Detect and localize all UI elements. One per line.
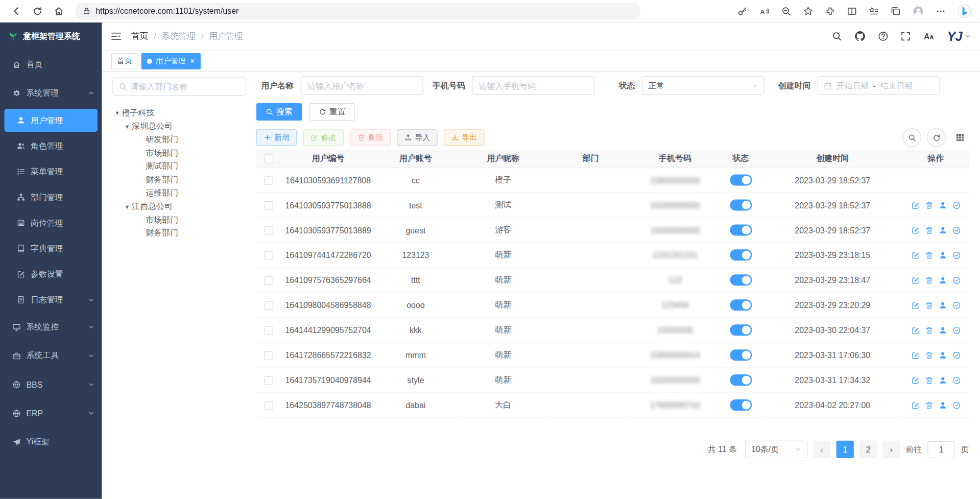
- page-button-1[interactable]: 1: [836, 441, 854, 458]
- tree-node[interactable]: ▾橙子科技: [112, 106, 246, 120]
- add-button[interactable]: 新增: [256, 129, 297, 146]
- row-checkbox[interactable]: [265, 376, 273, 385]
- close-tab-icon[interactable]: ×: [190, 57, 195, 65]
- address-bar[interactable]: https://ccnetcore.com:1101/system/user: [75, 3, 641, 19]
- back-icon[interactable]: [11, 6, 21, 16]
- profile-avatar-icon[interactable]: [913, 5, 924, 16]
- toggle-search-button[interactable]: [902, 128, 921, 147]
- status-toggle[interactable]: [730, 299, 752, 311]
- sidebar-item-menu-management[interactable]: 菜单管理: [0, 159, 102, 184]
- settings-more-icon[interactable]: [936, 6, 946, 16]
- password-key-icon[interactable]: [737, 6, 748, 16]
- favorites-bar-icon[interactable]: [869, 6, 879, 16]
- sidebar-item-yi-framework[interactable]: Yi框架: [0, 427, 102, 456]
- fold-sidebar-icon[interactable]: [111, 31, 122, 42]
- tree-node[interactable]: 测试部门: [112, 160, 246, 173]
- row-checkbox[interactable]: [265, 401, 273, 410]
- sidebar-item-home[interactable]: 首页: [0, 50, 102, 79]
- edit-icon[interactable]: [911, 251, 919, 259]
- tree-node[interactable]: ▾江西总公司: [112, 200, 246, 213]
- breadcrumb-system[interactable]: 系统管理: [162, 31, 196, 42]
- assign-role-icon[interactable]: [952, 301, 961, 309]
- status-toggle[interactable]: [730, 249, 752, 260]
- refresh-icon[interactable]: [33, 6, 43, 16]
- search-button[interactable]: 搜索: [256, 103, 302, 121]
- next-page-button[interactable]: ›: [882, 441, 900, 458]
- delete-icon[interactable]: [925, 201, 933, 209]
- row-checkbox[interactable]: [265, 351, 273, 360]
- sidebar-item-system-management[interactable]: 系统管理: [0, 79, 102, 107]
- reset-password-icon[interactable]: [939, 376, 947, 384]
- sidebar-item-param-settings[interactable]: 参数设置: [0, 262, 102, 287]
- status-toggle[interactable]: [730, 224, 752, 235]
- tree-node[interactable]: ▾深圳总公司: [112, 120, 246, 133]
- edit-icon[interactable]: [911, 276, 919, 284]
- sidebar-item-log-management[interactable]: 日志管理: [0, 287, 102, 313]
- tab-home[interactable]: 首页: [111, 53, 137, 69]
- zoom-icon[interactable]: [781, 6, 792, 16]
- delete-icon[interactable]: [925, 351, 933, 359]
- help-icon[interactable]: [878, 31, 889, 41]
- reset-password-icon[interactable]: [939, 251, 947, 259]
- sidebar-item-dept-management[interactable]: 部门管理: [0, 184, 102, 210]
- tab-user-management[interactable]: 用户管理 ×: [141, 53, 201, 69]
- refresh-table-button[interactable]: [927, 128, 946, 147]
- delete-icon[interactable]: [925, 276, 933, 284]
- assign-role-icon[interactable]: [952, 401, 961, 409]
- reset-password-icon[interactable]: [939, 301, 947, 309]
- edit-icon[interactable]: [911, 326, 919, 334]
- tree-node[interactable]: 研发部门: [112, 133, 246, 146]
- header-search-icon[interactable]: [832, 31, 842, 41]
- tree-node[interactable]: 财务部门: [112, 227, 246, 240]
- breadcrumb-home[interactable]: 首页: [131, 31, 148, 42]
- favorites-add-icon[interactable]: [803, 6, 814, 16]
- read-aloud-icon[interactable]: A: [759, 6, 770, 16]
- goto-page-input[interactable]: [927, 441, 955, 458]
- sidebar-item-erp[interactable]: ERP: [0, 399, 102, 427]
- sidebar-item-role-management[interactable]: 角色管理: [0, 133, 102, 159]
- github-icon[interactable]: [854, 31, 866, 42]
- date-range-picker[interactable]: 开始日期 - 结束日期: [818, 76, 940, 95]
- row-checkbox[interactable]: [265, 276, 273, 285]
- assign-role-icon[interactable]: [952, 201, 961, 209]
- edit-icon[interactable]: [911, 226, 919, 234]
- sidebar-item-system-tools[interactable]: 系统工具: [0, 341, 102, 370]
- sidebar-item-bbs[interactable]: BBS: [0, 370, 102, 399]
- row-checkbox[interactable]: [265, 251, 273, 260]
- import-button[interactable]: 导入: [397, 129, 438, 146]
- delete-button[interactable]: 删除: [350, 129, 391, 146]
- delete-icon[interactable]: [925, 401, 933, 409]
- status-toggle[interactable]: [730, 174, 752, 185]
- row-checkbox[interactable]: [265, 301, 273, 310]
- edit-icon[interactable]: [911, 351, 919, 359]
- delete-icon[interactable]: [925, 226, 933, 234]
- edit-icon[interactable]: [911, 376, 919, 384]
- status-toggle[interactable]: [730, 324, 752, 336]
- sidebar-item-system-monitor[interactable]: 系统监控: [0, 313, 102, 341]
- column-settings-button[interactable]: [951, 129, 969, 146]
- status-toggle[interactable]: [730, 399, 752, 411]
- delete-icon[interactable]: [925, 251, 933, 259]
- row-checkbox[interactable]: [265, 176, 273, 185]
- home-icon[interactable]: [54, 6, 64, 16]
- font-size-icon[interactable]: [923, 31, 935, 42]
- select-all-checkbox[interactable]: [265, 154, 273, 163]
- reset-password-icon[interactable]: [939, 401, 947, 409]
- row-checkbox[interactable]: [265, 226, 273, 235]
- department-search-input[interactable]: [131, 82, 240, 91]
- tree-node[interactable]: 运维部门: [112, 186, 246, 200]
- export-button[interactable]: 导出: [444, 129, 485, 146]
- assign-role-icon[interactable]: [952, 351, 961, 359]
- copilot-bing-icon[interactable]: [958, 4, 971, 18]
- delete-icon[interactable]: [925, 376, 933, 384]
- edit-icon[interactable]: [911, 201, 919, 209]
- tree-node[interactable]: 财务部门: [112, 173, 246, 186]
- sidebar-item-post-management[interactable]: 岗位管理: [0, 210, 102, 235]
- sidebar-item-user-management[interactable]: 用户管理: [5, 109, 98, 132]
- reset-password-icon[interactable]: [939, 226, 947, 234]
- delete-icon[interactable]: [925, 326, 933, 334]
- reset-password-icon[interactable]: [939, 276, 947, 284]
- assign-role-icon[interactable]: [952, 251, 961, 259]
- assign-role-icon[interactable]: [952, 226, 961, 234]
- breadcrumb-user[interactable]: 用户管理: [209, 31, 243, 42]
